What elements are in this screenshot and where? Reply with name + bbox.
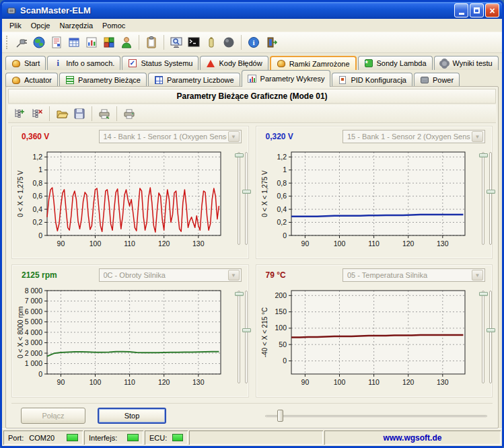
tab-parametry-biezace[interactable]: Parametry Bieżące <box>59 73 147 87</box>
slider-thumb[interactable] <box>277 410 283 422</box>
svg-text:110: 110 <box>124 239 135 248</box>
svg-text:90: 90 <box>57 378 65 386</box>
svg-text:8 000: 8 000 <box>25 287 42 295</box>
open-file-icon[interactable] <box>54 106 70 122</box>
svg-text:0 < X < 1,275 V: 0 < X < 1,275 V <box>261 170 268 217</box>
svg-text:90: 90 <box>57 239 65 248</box>
close-button[interactable]: × <box>485 3 499 17</box>
svg-text:110: 110 <box>124 378 135 386</box>
tab-wyniki-testu[interactable]: Wyniki testu <box>434 56 499 70</box>
scale-slider[interactable] <box>482 152 484 245</box>
toolbar-grip[interactable] <box>6 36 8 49</box>
svg-text:120: 120 <box>158 239 170 248</box>
connect-plug-icon[interactable] <box>13 34 30 50</box>
menu-opcje[interactable]: Opcje <box>26 20 55 31</box>
document-icon <box>339 76 346 84</box>
stop-button[interactable]: Stop <box>98 408 166 424</box>
tab-label: Parametry Bieżące <box>78 76 141 84</box>
clipboard-icon[interactable] <box>143 34 159 50</box>
toolbar-separator <box>241 35 242 50</box>
battery-icon[interactable] <box>203 34 219 50</box>
footer-row: Połącz Stop <box>11 403 493 427</box>
svg-text:1: 1 <box>283 165 287 174</box>
dtc-window-icon[interactable] <box>101 34 117 50</box>
print-icon[interactable] <box>121 106 137 122</box>
pid-select[interactable]: 14 - Bank 1 - Sensor 1 (Oxygen Senso▼ <box>99 130 242 143</box>
svg-text:0,8: 0,8 <box>277 179 287 187</box>
tab-start[interactable]: Start <box>5 56 46 70</box>
chart-value-readout: 2125 rpm <box>22 270 96 280</box>
minimize-button[interactable] <box>454 3 468 17</box>
menu-plik[interactable]: Plik <box>5 20 26 31</box>
grid-view-icon[interactable] <box>66 34 82 50</box>
tab-parametry-wykresy[interactable]: Parametry Wykresy <box>242 70 331 87</box>
pid-select[interactable]: 05 - Temperatura Silnika▼ <box>343 268 485 282</box>
tab-sondy-lambda[interactable]: *Sondy Lambda <box>358 56 433 70</box>
offset-slider[interactable] <box>489 152 492 245</box>
scale-slider[interactable] <box>238 291 240 383</box>
offset-slider[interactable] <box>489 291 492 383</box>
tab-power[interactable]: Power <box>414 73 460 87</box>
ball-icon[interactable] <box>221 34 237 50</box>
save-file-icon[interactable] <box>71 106 87 122</box>
tab-ramki-zamrozone[interactable]: Ramki Zamrożone <box>270 56 357 70</box>
tab-parametry-liczbowe[interactable]: Parametry Liczbowe <box>148 73 240 87</box>
add-graph-icon[interactable] <box>11 106 28 122</box>
monitor-search-icon[interactable] <box>168 34 184 50</box>
svg-text:90: 90 <box>301 378 309 386</box>
print-setup-icon[interactable] <box>96 106 112 122</box>
chart-cell-engine-rpm: 2125 rpm 0C - Obroty Silnika▼ 8 0007 000… <box>11 264 249 398</box>
offset-slider[interactable] <box>245 152 248 245</box>
info-icon[interactable]: i <box>246 34 262 50</box>
website-link[interactable]: www.wgsoft.de <box>384 433 442 443</box>
driver-person-icon[interactable] <box>118 34 135 50</box>
svg-text:0,2: 0,2 <box>32 218 42 226</box>
svg-text:-40 < X < 215 °C: -40 < X < 215 °C <box>261 307 268 358</box>
chart-view-icon[interactable] <box>83 34 100 50</box>
timeline-slider[interactable] <box>265 408 487 423</box>
exit-door-icon[interactable] <box>263 34 279 50</box>
status-ecu: ECU: <box>145 431 188 445</box>
line-chart: 1,210,80,60,40,20901001101201300 < X < 1… <box>15 147 234 254</box>
tab-info-o-samoch[interactable]: iInfo o samoch. <box>47 56 120 70</box>
terminal-icon[interactable] <box>186 34 202 50</box>
app-chip-icon <box>6 5 17 16</box>
status-interface: Interfejs: <box>84 431 143 445</box>
svg-text:120: 120 <box>402 239 414 248</box>
connect-button[interactable]: Połącz <box>21 408 85 424</box>
tab-kody-bledow[interactable]: Kody Błędów <box>200 56 268 70</box>
pid-select[interactable]: 0C - Obroty Silnika▼ <box>99 268 242 282</box>
tab-actuator[interactable]: Actuator <box>5 73 58 87</box>
chart-sliders <box>482 285 492 393</box>
main-toolbar: i <box>2 32 502 53</box>
line-chart: 1,210,80,60,40,20901001101201300 < X < 1… <box>259 147 478 254</box>
scale-slider[interactable] <box>238 152 240 245</box>
menu-narzedzia[interactable]: Narzędzia <box>55 20 98 31</box>
menu-pomoc[interactable]: Pomoc <box>98 20 130 31</box>
maximize-button[interactable] <box>470 3 484 17</box>
svg-text:0,4: 0,4 <box>32 205 42 213</box>
lambda-icon: * <box>365 59 373 67</box>
scale-slider[interactable] <box>482 291 484 383</box>
svg-text:100: 100 <box>89 239 102 248</box>
tab-label: Actuator <box>24 76 52 84</box>
tab-label: Parametry Wykresy <box>260 75 325 83</box>
tab-pid-konfiguracja[interactable]: PID Konfiguracja <box>332 73 412 87</box>
tab-label: Power <box>433 76 454 84</box>
globe-icon[interactable] <box>31 34 47 50</box>
pid-select[interactable]: 15 - Bank 1 - Sensor 2 (Oxygen Senso▼ <box>343 130 485 143</box>
tab-label: Start <box>24 59 40 67</box>
svg-text:0 < X < 1,275 V: 0 < X < 1,275 V <box>17 170 24 217</box>
tab-label: Parametry Liczbowe <box>167 76 234 84</box>
port-led-indicator <box>67 434 78 441</box>
remove-graph-icon[interactable] <box>29 106 45 122</box>
tab-row-2: Actuator Parametry Bieżące Parametry Lic… <box>2 70 502 87</box>
svg-text:120: 120 <box>402 378 414 386</box>
slider-track <box>265 415 487 417</box>
hand-icon <box>12 77 20 84</box>
svg-text:2 000: 2 000 <box>25 349 42 357</box>
tab-status-systemu[interactable]: ✓Status Systemu <box>122 56 199 70</box>
report-document-icon[interactable] <box>48 34 65 50</box>
green-list-icon <box>66 76 74 84</box>
offset-slider[interactable] <box>245 291 248 383</box>
